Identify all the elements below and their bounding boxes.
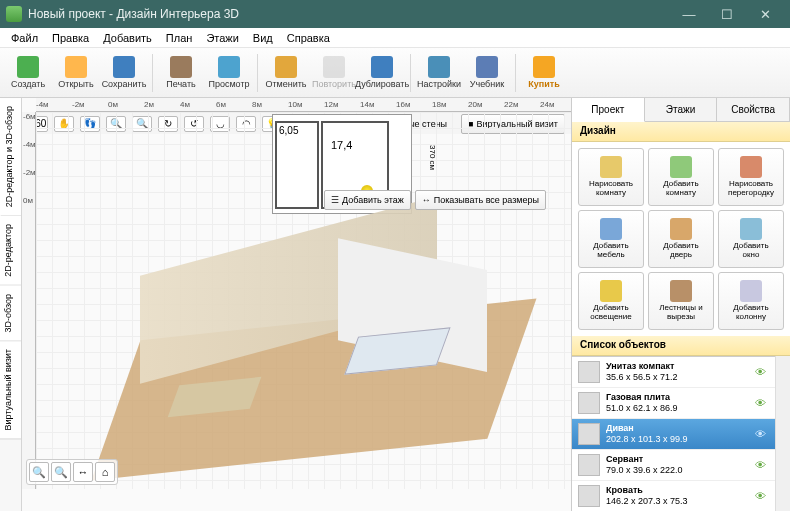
ruler-tick: 8м: [252, 100, 262, 109]
design-btn-8[interactable]: Добавитьколонну: [718, 272, 784, 330]
maximize-button[interactable]: ☐: [708, 0, 746, 28]
undo-button[interactable]: Отменить: [262, 50, 310, 96]
object-item[interactable]: Сервант79.0 x 39.6 x 222.0👁: [572, 450, 775, 481]
right-tab-Проект[interactable]: Проект: [572, 98, 645, 122]
duplicate-button[interactable]: Дублировать: [358, 50, 406, 96]
object-item[interactable]: Кровать146.2 x 207.3 x 75.3👁: [572, 481, 775, 511]
menu-справка[interactable]: Справка: [280, 30, 337, 46]
preview-button[interactable]: Просмотр: [205, 50, 253, 96]
window-title: Новый проект - Дизайн Интерьера 3D: [28, 7, 670, 21]
print-button[interactable]: Печать: [157, 50, 205, 96]
visibility-icon[interactable]: 👁: [755, 459, 769, 471]
home-button[interactable]: ⌂: [95, 462, 115, 482]
ruler-vertical: -6м-4м-2м0м: [22, 112, 36, 489]
design-btn-6[interactable]: Добавитьосвещение: [578, 272, 644, 330]
tutorial-button[interactable]: Учебник: [463, 50, 511, 96]
design-label: Нарисоватьперегородку: [728, 180, 774, 198]
minimize-button[interactable]: —: [670, 0, 708, 28]
add-floor-button[interactable]: ☰Добавить этаж: [324, 190, 411, 210]
design-btn-5[interactable]: Добавитьокно: [718, 210, 784, 268]
toolbar-label: Печать: [166, 79, 195, 89]
settings-button[interactable]: Настройки: [415, 50, 463, 96]
ruler-tick: 0м: [108, 100, 118, 109]
separator: [410, 54, 411, 92]
design-btn-0[interactable]: Нарисоватькомнату: [578, 148, 644, 206]
object-text: Диван202.8 x 101.3 x 99.9: [606, 423, 749, 445]
buy-button[interactable]: Купить: [520, 50, 568, 96]
right-tab-Этажи[interactable]: Этажи: [645, 98, 718, 121]
canvas-area: -4м-2м0м2м4м6м8м10м12м14м16м18м20м22м24м…: [22, 98, 571, 511]
toolbar-label: Сохранить: [102, 79, 147, 89]
toolbar-label: Просмотр: [208, 79, 249, 89]
menu-план[interactable]: План: [159, 30, 200, 46]
ruler-tick: -2м: [23, 168, 36, 177]
object-item[interactable]: Диван202.8 x 101.3 x 99.9👁: [572, 419, 775, 450]
left-tab-1[interactable]: 2D-редактор: [0, 216, 21, 286]
ruler-tick: -6м: [23, 112, 36, 121]
design-label: Добавитьколонну: [733, 304, 768, 322]
zoom-out-button[interactable]: 🔍: [29, 462, 49, 482]
tutorial-icon: [476, 56, 498, 78]
ruler-tick: 0м: [23, 196, 33, 205]
right-tabs: ПроектЭтажиСвойства: [572, 98, 790, 122]
visibility-icon[interactable]: 👁: [755, 397, 769, 409]
design-label: Нарисоватькомнату: [589, 180, 633, 198]
save-button[interactable]: Сохранить: [100, 50, 148, 96]
print-icon: [170, 56, 192, 78]
left-tab-0[interactable]: 2D-редактор и 3D-обзор: [0, 98, 21, 216]
menu-добавить[interactable]: Добавить: [96, 30, 159, 46]
design-icon: [740, 156, 762, 178]
design-label: Добавитькомнату: [663, 180, 698, 198]
undo-icon: [275, 56, 297, 78]
object-icon: [578, 361, 600, 383]
ruler-tick: 20м: [468, 100, 482, 109]
design-btn-7[interactable]: Лестницы ивырезы: [648, 272, 714, 330]
visibility-icon[interactable]: 👁: [755, 428, 769, 440]
ruler-tick: 6м: [216, 100, 226, 109]
scrollbar[interactable]: [775, 356, 790, 511]
object-icon: [578, 392, 600, 414]
object-text: Сервант79.0 x 39.6 x 222.0: [606, 454, 749, 476]
menu-файл[interactable]: Файл: [4, 30, 45, 46]
object-item[interactable]: Газовая плита51.0 x 62.1 x 86.9👁: [572, 388, 775, 419]
design-label: Добавитьокно: [733, 242, 768, 260]
design-icon: [740, 218, 762, 240]
close-button[interactable]: ✕: [746, 0, 784, 28]
menu-правка[interactable]: Правка: [45, 30, 96, 46]
design-btn-4[interactable]: Добавитьдверь: [648, 210, 714, 268]
save-icon: [113, 56, 135, 78]
menubar: ФайлПравкаДобавитьПланЭтажиВидСправка: [0, 28, 790, 48]
viewport[interactable]: 6,05 17,4 370 см: [36, 112, 571, 489]
left-tab-2[interactable]: 3D-обзор: [0, 286, 21, 342]
create-button[interactable]: Создать: [4, 50, 52, 96]
view-3d[interactable]: [66, 214, 561, 483]
ruler-tick: 18м: [432, 100, 446, 109]
show-dims-button[interactable]: ↔Показывать все размеры: [415, 190, 546, 210]
design-btn-2[interactable]: Нарисоватьперегородку: [718, 148, 784, 206]
ruler-tick: -2м: [72, 100, 85, 109]
left-tabs: 2D-редактор и 3D-обзор2D-редактор3D-обзо…: [0, 98, 22, 511]
object-icon: [578, 485, 600, 507]
visibility-icon[interactable]: 👁: [755, 490, 769, 502]
object-item[interactable]: Унитаз компакт35.6 x 56.5 x 71.2👁: [572, 357, 775, 388]
menu-этажи[interactable]: Этажи: [199, 30, 245, 46]
visibility-icon[interactable]: 👁: [755, 366, 769, 378]
design-icon: [600, 156, 622, 178]
toolbar-label: Повторить: [312, 79, 356, 89]
design-btn-1[interactable]: Добавитькомнату: [648, 148, 714, 206]
menu-вид[interactable]: Вид: [246, 30, 280, 46]
zoom-fit-button[interactable]: ↔: [73, 462, 93, 482]
ruler-tick: 12м: [324, 100, 338, 109]
room-2-area: 17,4: [331, 139, 352, 151]
separator: [515, 54, 516, 92]
right-tab-Свойства[interactable]: Свойства: [717, 98, 790, 121]
toolbar-label: Дублировать: [355, 79, 409, 89]
ruler-horizontal: -4м-2м0м2м4м6м8м10м12м14м16м18м20м22м24м: [36, 98, 571, 112]
design-btn-3[interactable]: Добавитьмебель: [578, 210, 644, 268]
object-list: Унитаз компакт35.6 x 56.5 x 71.2👁Газовая…: [572, 356, 775, 511]
left-tab-3[interactable]: Виртуальный визит: [0, 341, 21, 439]
ruler-tick: 10м: [288, 100, 302, 109]
open-button[interactable]: Открыть: [52, 50, 100, 96]
zoom-in-button[interactable]: 🔍: [51, 462, 71, 482]
design-label: Добавитьдверь: [663, 242, 698, 260]
